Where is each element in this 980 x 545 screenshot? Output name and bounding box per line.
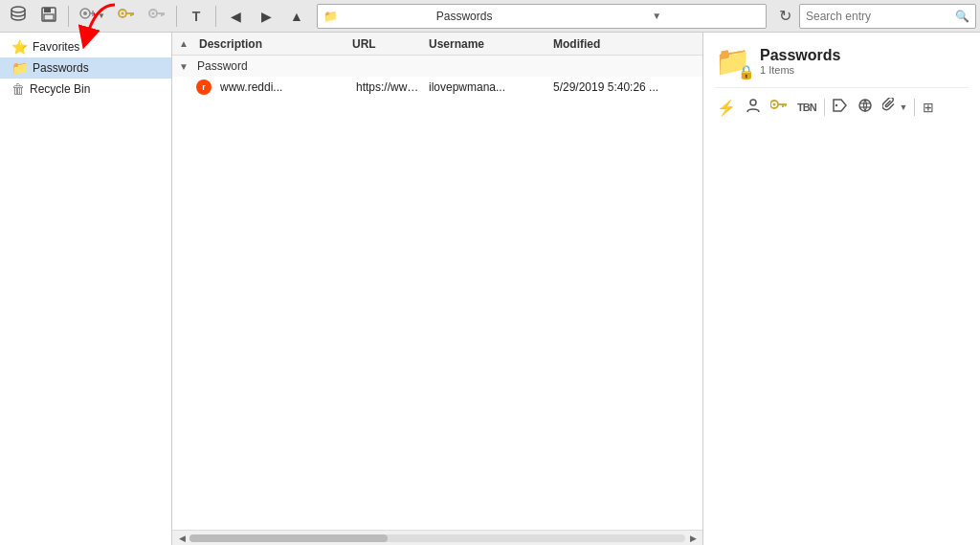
reddit-favicon: r — [195, 79, 212, 96]
cell-modified: 5/29/2019 5:40:26 ... — [549, 80, 702, 94]
horizontal-scrollbar[interactable]: ◀ ▶ — [172, 530, 702, 545]
search-icon: 🔍 — [955, 10, 969, 23]
separator2 — [176, 6, 177, 27]
scroll-left-button[interactable]: ◀ — [174, 532, 189, 545]
right-panel-title: Passwords — [760, 47, 840, 64]
scroll-right-button[interactable]: ▶ — [685, 532, 701, 545]
save-button[interactable] — [34, 3, 63, 30]
separator3 — [215, 6, 216, 27]
rp-separator1 — [824, 99, 825, 116]
person-button[interactable] — [744, 96, 763, 119]
favorites-icon: ⭐ — [11, 39, 28, 55]
cell-url: https://www.reddit.com/login/ — [352, 80, 425, 94]
table-header: ▲ Description URL Username Modified — [172, 33, 702, 56]
table-body: ▼ Password r www.reddi... https://www.re… — [172, 56, 702, 530]
col-header-description[interactable]: Description — [195, 37, 348, 51]
forward-icon: ▶ — [261, 9, 272, 24]
col-header-username[interactable]: Username — [425, 37, 549, 51]
cell-description: www.reddi... — [216, 80, 352, 94]
content-area: ▲ Description URL Username Modified ▼ — [172, 33, 702, 545]
globe-button[interactable] — [856, 96, 875, 119]
svg-rect-3 — [44, 8, 51, 12]
svg-point-20 — [750, 100, 756, 105]
svg-point-22 — [773, 103, 776, 106]
table-row[interactable]: r www.reddi... https://www.reddit.com/lo… — [172, 77, 702, 98]
address-text: Passwords — [436, 10, 545, 23]
up-icon: ▲ — [290, 9, 303, 24]
scrollbar-track[interactable] — [189, 534, 685, 542]
refresh-button[interactable]: ↻ — [772, 4, 797, 29]
right-panel-title-area: Passwords 1 Items — [760, 47, 840, 76]
toolbar: ▼ — [0, 0, 980, 33]
tag-button[interactable] — [831, 97, 850, 118]
svg-point-1 — [11, 7, 25, 12]
autotype-button[interactable]: ⚡ — [715, 97, 738, 119]
sidebar-item-passwords-label: Passwords — [33, 61, 89, 75]
search-box: 🔍 — [799, 4, 976, 29]
add-entry-button[interactable]: ▼ — [74, 3, 110, 30]
sidebar-item-favorites[interactable]: ⭐ Favorites — [0, 36, 171, 57]
sidebar: ⭐ Favorites 📁 Passwords 🗑 Recycle Bin — [0, 33, 172, 545]
database-icon — [10, 6, 27, 27]
key-button[interactable] — [112, 3, 141, 30]
delete-button[interactable] — [143, 3, 171, 30]
cell-username: ilovepwmana... — [425, 80, 549, 94]
right-panel-toolbar: ⚡ TBN — [715, 87, 969, 119]
back-icon: ◀ — [231, 9, 241, 24]
right-panel-icon-container: 📁 🔒 — [715, 44, 750, 78]
svg-point-11 — [122, 11, 124, 14]
main-area: ⭐ Favorites 📁 Passwords 🗑 Recycle Bin ▲ … — [0, 33, 980, 545]
up-button[interactable]: ▲ — [282, 3, 311, 30]
svg-point-6 — [83, 11, 87, 15]
sidebar-item-favorites-label: Favorites — [33, 40, 79, 54]
separator1 — [68, 6, 69, 27]
text-icon: T — [192, 9, 201, 24]
key-detail-button[interactable] — [768, 97, 790, 118]
scrollbar-thumb[interactable] — [189, 534, 388, 542]
svg-point-16 — [152, 11, 155, 14]
passwords-folder-icon: 📁 — [11, 60, 28, 76]
address-dropdown-icon[interactable]: ▼ — [652, 11, 760, 21]
recycle-icon: 🗑 — [11, 81, 25, 97]
group-label: Password — [195, 59, 248, 73]
svg-rect-4 — [44, 14, 54, 20]
rp-separator2 — [914, 99, 915, 116]
right-panel: 📁 🔒 Passwords 1 Items ⚡ — [702, 33, 980, 545]
save-icon — [41, 7, 56, 26]
attach-dropdown-icon[interactable]: ▼ — [900, 102, 908, 112]
col-header-url[interactable]: URL — [348, 37, 425, 51]
attach-dropdown: ▼ — [880, 96, 908, 119]
dropdown-arrow-icon: ▼ — [98, 11, 105, 20]
group-expand-icon: ▼ — [172, 61, 195, 72]
svg-point-26 — [835, 104, 836, 106]
text-button[interactable]: T — [182, 3, 211, 30]
right-panel-header: 📁 🔒 Passwords 1 Items — [715, 44, 969, 78]
forward-button[interactable]: ▶ — [252, 3, 280, 30]
group-row-password[interactable]: ▼ Password — [172, 56, 702, 77]
grid-button[interactable]: ⊞ — [921, 98, 936, 117]
sidebar-item-recycle-label: Recycle Bin — [30, 82, 90, 96]
attach-button[interactable] — [880, 96, 898, 119]
address-bar[interactable]: 📁 Passwords ▼ — [317, 4, 767, 29]
expand-col: ▲ — [172, 38, 195, 49]
add-key-icon — [78, 6, 98, 27]
col-header-modified[interactable]: Modified — [549, 37, 702, 51]
delete-key-icon — [148, 7, 166, 26]
refresh-icon: ↻ — [779, 8, 791, 24]
right-panel-lock-icon: 🔒 — [738, 64, 754, 79]
sidebar-item-recycle[interactable]: 🗑 Recycle Bin — [0, 79, 171, 100]
search-input[interactable] — [806, 10, 952, 23]
back-button[interactable]: ◀ — [221, 3, 250, 30]
sidebar-item-passwords[interactable]: 📁 Passwords — [0, 57, 171, 79]
database-button[interactable] — [4, 3, 33, 30]
svg-point-27 — [859, 100, 871, 111]
address-folder-icon: 📁 — [323, 10, 432, 23]
right-panel-subtitle: 1 Items — [760, 64, 840, 76]
tbn-button[interactable]: TBN — [795, 100, 818, 115]
key-icon — [118, 7, 135, 26]
